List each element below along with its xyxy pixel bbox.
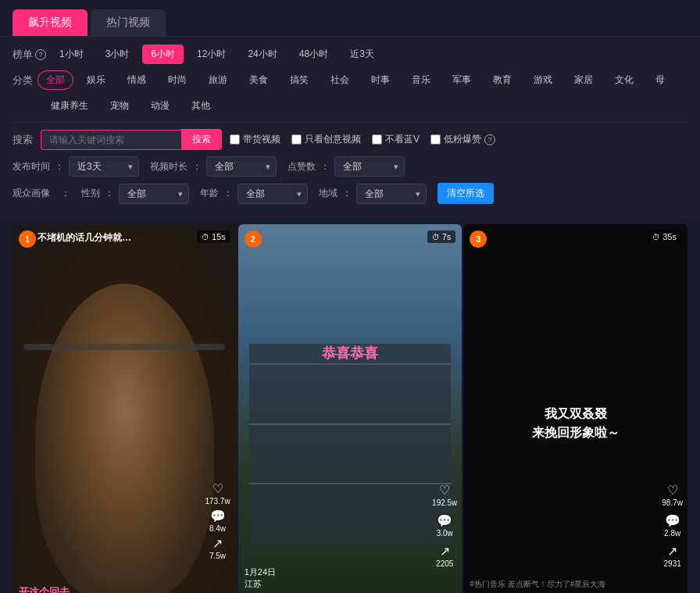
video-duration-wrap: 全部: [206, 156, 277, 177]
tab-rising-video[interactable]: 飙升视频: [12, 9, 88, 36]
video-thumb-3: 我又双叒叕来挽回形象啦～ 3 ⏱ 35s #热门音乐 差点断气！尽力了#星辰大海…: [463, 224, 688, 593]
cat-anime[interactable]: 动漫: [142, 96, 178, 116]
time-filter-12h[interactable]: 12小时: [188, 45, 234, 64]
cat-funny[interactable]: 搞笑: [281, 70, 317, 90]
video-card-1[interactable]: 1 ⏱ 15s 不堵机的话几分钟就… 开这个回去 ♡ 173.7w 💬 8.4w…: [12, 224, 237, 593]
checkbox-goods-video[interactable]: 带货视频: [230, 133, 280, 146]
search-input-wrap: 搜索: [41, 129, 222, 150]
audience-row: 观众画像 ： 性别 ： 全部 男女 年龄 ： 全部 地域 ：: [12, 183, 688, 204]
checkbox-group: 带货视频 只看创意视频 不看蓝V 低粉爆赞 ?: [230, 133, 495, 146]
share-icon-3: ↗: [667, 544, 677, 559]
cat-travel[interactable]: 旅游: [200, 70, 236, 90]
heart-icon-2: ♡: [439, 483, 450, 498]
filters-area: 榜单 ? 1小时 3小时 6小时 12小时 24小时 48小时 近3天 分类 全…: [0, 36, 700, 218]
tab-hot-video[interactable]: 热门视频: [91, 9, 166, 36]
time-filter-3h[interactable]: 3小时: [97, 45, 138, 64]
publish-time-select[interactable]: 近3天 全部近7天近30天: [69, 156, 139, 177]
search-label: 搜索: [12, 133, 33, 147]
age-select[interactable]: 全部: [238, 184, 308, 204]
publish-time-group: 发布时间 ： 近3天 全部近7天近30天: [12, 156, 139, 177]
stat-share-1: ↗ 7.5w: [209, 536, 226, 560]
comment-icon-3: 💬: [665, 513, 680, 528]
stat-share-2: ↗ 2205: [436, 544, 453, 568]
ranking-row: 榜单 ? 1小时 3小时 6小时 12小时 24小时 48小时 近3天: [12, 45, 688, 64]
comment-icon-2: 💬: [437, 513, 452, 528]
time-filter-recent3d[interactable]: 近3天: [341, 45, 383, 64]
region-wrap: 全部: [356, 184, 427, 204]
ranking-label: 榜单 ?: [12, 48, 46, 62]
video-title-1: 不堵机的话几分钟就…: [38, 232, 205, 245]
region-select[interactable]: 全部: [356, 184, 427, 204]
age-group: 年龄 ： 全部: [200, 184, 308, 204]
gender-wrap: 全部 男女: [119, 184, 189, 204]
cat-culture[interactable]: 文化: [606, 70, 642, 90]
cat-food[interactable]: 美食: [241, 70, 277, 90]
checkbox-no-bluev[interactable]: 不看蓝V: [372, 133, 420, 146]
cat-military[interactable]: 军事: [444, 70, 480, 90]
gender-select[interactable]: 全部 男女: [119, 184, 189, 204]
stat-likes-3: ♡ 98.7w: [662, 483, 683, 507]
cat-games[interactable]: 游戏: [525, 70, 561, 90]
divider-1: [12, 122, 688, 123]
publish-time-label: 发布时间: [12, 160, 50, 173]
rank-badge-2: 2: [245, 230, 262, 248]
share-icon-1: ↗: [212, 536, 223, 551]
cat-all[interactable]: 全部: [38, 70, 73, 90]
clear-all-button[interactable]: 清空所选: [438, 183, 494, 204]
cat-fashion[interactable]: 时尚: [159, 70, 195, 90]
ranking-info-icon[interactable]: ?: [35, 49, 46, 60]
low-fans-info-icon[interactable]: ?: [484, 134, 495, 145]
checkbox-low-fans[interactable]: 低粉爆赞 ?: [430, 133, 495, 146]
cat-education[interactable]: 教育: [484, 70, 520, 90]
cat-other[interactable]: 其他: [183, 96, 219, 116]
likes-group: 点赞数 ： 全部: [288, 156, 405, 177]
heart-icon-1: ♡: [212, 481, 223, 496]
thumb-bg-3: 我又双叒叕来挽回形象啦～: [463, 224, 688, 593]
cat-music[interactable]: 音乐: [403, 70, 439, 90]
video-duration-group: 视频时长 ： 全部: [150, 156, 277, 177]
region-label: 地域: [319, 187, 338, 200]
cat-entertainment[interactable]: 娱乐: [78, 70, 114, 90]
video-card-2[interactable]: 2 ⏱ 7s 恭喜恭喜 1月24日江苏 ♡ 192.5w 💬 3.0w ↗: [238, 224, 462, 593]
likes-label: 点赞数: [288, 160, 316, 173]
cat-home[interactable]: 家居: [566, 70, 602, 90]
rank-badge-1: 1: [19, 230, 36, 248]
category-row: 分类 全部 娱乐 情感 时尚 旅游 美食 搞笑 社会 时事 音乐 军事 教育 游…: [12, 70, 688, 90]
search-button[interactable]: 搜索: [181, 129, 222, 150]
comment-icon-1: 💬: [210, 509, 226, 523]
cat-emotion[interactable]: 情感: [119, 70, 155, 90]
category-label: 分类: [12, 73, 33, 88]
card2-date: 1月24日江苏: [245, 566, 276, 590]
heart-icon-3: ♡: [667, 483, 678, 498]
video-card-3[interactable]: 我又双叒叕来挽回形象啦～ 3 ⏱ 35s #热门音乐 差点断气！尽力了#星辰大海…: [463, 224, 688, 593]
video-grid: 1 ⏱ 15s 不堵机的话几分钟就… 开这个回去 ♡ 173.7w 💬 8.4w…: [0, 218, 700, 593]
dropdown-row1: 发布时间 ： 近3天 全部近7天近30天 视频时长 ： 全部 点赞数 ：: [12, 156, 688, 177]
stat-likes-2: ♡ 192.5w: [432, 483, 457, 507]
time-filter-1h[interactable]: 1小时: [51, 45, 92, 64]
stats-overlay-2: ♡ 192.5w 💬 3.0w ↗ 2205: [432, 483, 457, 568]
cat-society[interactable]: 社会: [322, 70, 358, 90]
cat-pet[interactable]: 宠物: [102, 96, 138, 116]
age-wrap: 全部: [238, 184, 308, 204]
stat-likes-1: ♡ 173.7w: [205, 481, 230, 505]
checkbox-creative[interactable]: 只看创意视频: [291, 133, 361, 146]
category-row2: 健康养生 宠物 动漫 其他: [12, 96, 688, 116]
card2-center-text: 恭喜恭喜: [322, 344, 378, 363]
publish-time-wrap: 近3天 全部近7天近30天: [69, 156, 139, 177]
search-input[interactable]: [41, 130, 181, 150]
top-tabs-container: 飙升视频 热门视频: [0, 0, 700, 36]
gender-label: 性别: [81, 187, 100, 200]
share-icon-2: ↗: [440, 544, 450, 559]
time-filter-6h[interactable]: 6小时: [142, 45, 184, 64]
audience-label: 观众画像: [12, 187, 50, 200]
time-filter-24h[interactable]: 24小时: [239, 45, 285, 64]
likes-select[interactable]: 全部: [334, 156, 405, 177]
age-label: 年龄: [200, 187, 219, 200]
video-duration-label: 视频时长: [150, 160, 188, 173]
cat-current[interactable]: 时事: [362, 70, 398, 90]
cat-mother[interactable]: 母: [647, 70, 673, 90]
cat-health[interactable]: 健康养生: [42, 96, 97, 116]
time-filter-48h[interactable]: 48小时: [291, 45, 337, 64]
duration-badge-3: ⏱ 35s: [648, 230, 681, 243]
video-duration-select[interactable]: 全部: [206, 156, 277, 177]
